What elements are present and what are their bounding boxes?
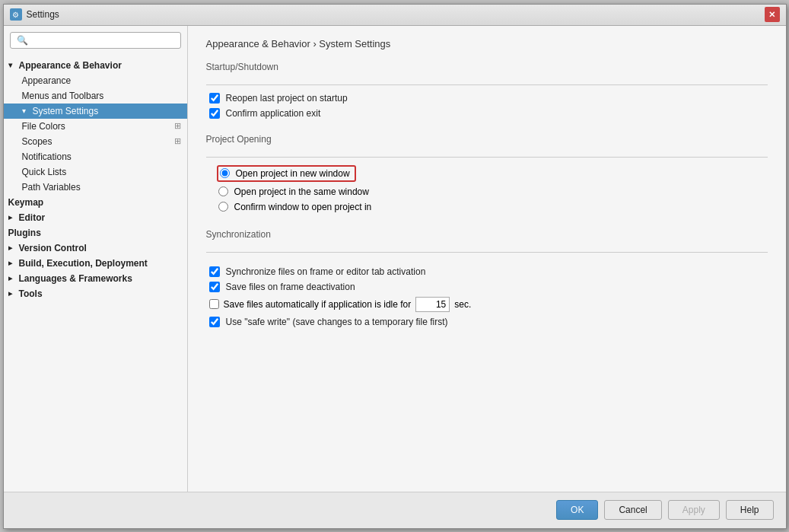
sidebar-item-label: Keymap (8, 197, 44, 208)
arrow-icon (8, 259, 17, 267)
reopen-checkbox[interactable] (209, 93, 220, 104)
startup-section-title: Startup/Shutdown (206, 62, 768, 72)
search-box[interactable]: 🔍 (10, 32, 181, 49)
ok-button[interactable]: OK (556, 500, 598, 520)
arrow-icon (22, 107, 31, 115)
idle-seconds-input[interactable] (415, 297, 450, 312)
reopen-option-row: Reopen last project on startup (206, 93, 768, 104)
sync2-checkbox[interactable] (209, 282, 220, 292)
sync-section-title: Synchronization (206, 229, 768, 240)
copy-icon: ⊞ (174, 136, 181, 146)
sidebar-item-appearance-behavior[interactable]: Appearance & Behavior (4, 58, 187, 73)
sidebar-item-label: Notifications (22, 151, 72, 162)
arrow-icon (8, 213, 17, 221)
radio-new-window[interactable] (220, 168, 230, 178)
sidebar-item-label: Quick Lists (22, 167, 67, 177)
sidebar-item-label: Scopes (22, 136, 52, 147)
section-divider (206, 84, 768, 85)
sidebar-item-label: Build, Execution, Deployment (19, 258, 148, 269)
sync4-text: Use "safe write" (save changes to a temp… (226, 317, 448, 327)
section-divider-2 (206, 157, 768, 158)
sidebar-item-path-variables[interactable]: Path Variables (4, 180, 187, 195)
radio-same-window-text: Open project in the same window (234, 186, 369, 197)
idle-row: Save files automatically if application … (206, 297, 768, 312)
sync4-checkbox[interactable] (209, 317, 220, 327)
sync3-text: Save files automatically if application … (224, 299, 412, 310)
sidebar-item-label: Plugins (8, 228, 41, 238)
radio-option-new-window[interactable]: Open project in new window (218, 165, 768, 182)
sync1-text: Synchronize files on frame or editor tab… (226, 266, 426, 277)
radio-confirm-window[interactable] (218, 202, 228, 212)
sidebar-item-menus-toolbars[interactable]: Menus and Toolbars (4, 88, 187, 104)
sidebar-item-label: Tools (19, 288, 43, 299)
project-opening-section-title: Project Opening (206, 134, 768, 145)
sidebar-item-quick-lists[interactable]: Quick Lists (4, 164, 187, 180)
sidebar-item-version-control[interactable]: Version Control (4, 241, 187, 256)
radio-option-confirm-window[interactable]: Confirm window to open project in (218, 202, 768, 212)
confirm-exit-option-row: Confirm application exit (206, 108, 768, 119)
sidebar-item-plugins[interactable]: Plugins (4, 225, 187, 241)
reopen-text: Reopen last project on startup (226, 93, 348, 104)
search-icon: 🔍 (17, 35, 28, 46)
settings-window: ⚙ Settings ✕ 🔍 Appearance & Behavior App… (3, 4, 787, 529)
breadcrumb: Appearance & Behavior › System Settings (206, 38, 768, 49)
arrow-icon (8, 244, 17, 252)
title-bar: ⚙ Settings ✕ (4, 5, 786, 26)
sidebar-item-languages-frameworks[interactable]: Languages & Frameworks (4, 271, 187, 286)
cancel-button[interactable]: Cancel (604, 500, 661, 520)
arrow-icon (8, 61, 17, 69)
sidebar-item-label: Version Control (19, 243, 87, 253)
sync3-checkbox[interactable] (209, 299, 219, 309)
sidebar-item-system-settings[interactable]: System Settings (4, 104, 187, 119)
sidebar-item-label: Appearance & Behavior (19, 60, 122, 71)
idle-unit-text: sec. (454, 299, 471, 310)
sidebar-item-appearance[interactable]: Appearance (4, 73, 187, 88)
window-icon: ⚙ (10, 8, 22, 21)
radio-highlighted-new-window: Open project in new window (217, 165, 356, 182)
apply-button[interactable]: Apply (668, 500, 720, 520)
radio-group-project-opening: Open project in new window Open project … (218, 165, 768, 212)
sidebar-item-scopes[interactable]: Scopes ⊞ (4, 134, 187, 149)
sync2-label[interactable]: Save files on frame deactivation (209, 282, 355, 292)
sidebar-item-label: Editor (19, 212, 46, 223)
window-title: Settings (27, 9, 765, 20)
radio-new-window-text: Open project in new window (236, 168, 350, 179)
radio-same-window[interactable] (218, 186, 228, 196)
sync1-checkbox[interactable] (209, 266, 220, 277)
sync1-option-row: Synchronize files on frame or editor tab… (206, 266, 768, 277)
sync4-label[interactable]: Use "safe write" (save changes to a temp… (209, 317, 448, 327)
sidebar: 🔍 Appearance & Behavior Appearance Menus… (4, 26, 188, 492)
sidebar-item-label: File Colors (22, 121, 65, 132)
sidebar-item-label: Path Variables (22, 182, 81, 193)
sidebar-item-build-execution[interactable]: Build, Execution, Deployment (4, 256, 187, 271)
sidebar-item-label: System Settings (33, 106, 99, 116)
footer: OK Cancel Apply Help (4, 492, 786, 528)
arrow-icon (8, 274, 17, 282)
confirm-exit-label[interactable]: Confirm application exit (209, 108, 321, 119)
section-divider-3 (206, 252, 768, 253)
reopen-label[interactable]: Reopen last project on startup (209, 93, 348, 104)
sync1-label[interactable]: Synchronize files on frame or editor tab… (209, 266, 426, 277)
sidebar-item-notifications[interactable]: Notifications (4, 149, 187, 164)
radio-confirm-window-text: Confirm window to open project in (234, 202, 372, 212)
confirm-exit-checkbox[interactable] (209, 108, 220, 119)
sidebar-item-keymap[interactable]: Keymap (4, 195, 187, 210)
window-body: 🔍 Appearance & Behavior Appearance Menus… (4, 26, 786, 492)
search-input[interactable] (32, 35, 174, 46)
sync2-option-row: Save files on frame deactivation (206, 282, 768, 292)
sidebar-item-label: Menus and Toolbars (22, 91, 104, 101)
help-button[interactable]: Help (726, 500, 774, 520)
close-button[interactable]: ✕ (765, 7, 780, 22)
sync-section: Synchronize files on frame or editor tab… (206, 266, 768, 332)
sidebar-item-tools[interactable]: Tools (4, 286, 187, 301)
sync4-option-row: Use "safe write" (save changes to a temp… (206, 317, 768, 327)
sidebar-item-editor[interactable]: Editor (4, 210, 187, 225)
copy-icon: ⊞ (174, 121, 181, 131)
radio-option-same-window[interactable]: Open project in the same window (218, 186, 768, 197)
sidebar-item-label: Appearance (22, 75, 72, 86)
confirm-exit-text: Confirm application exit (226, 108, 321, 119)
main-content: Appearance & Behavior › System Settings … (188, 26, 786, 492)
nav-tree: Appearance & Behavior Appearance Menus a… (4, 55, 187, 492)
arrow-icon (8, 289, 17, 298)
sidebar-item-file-colors[interactable]: File Colors ⊞ (4, 119, 187, 134)
